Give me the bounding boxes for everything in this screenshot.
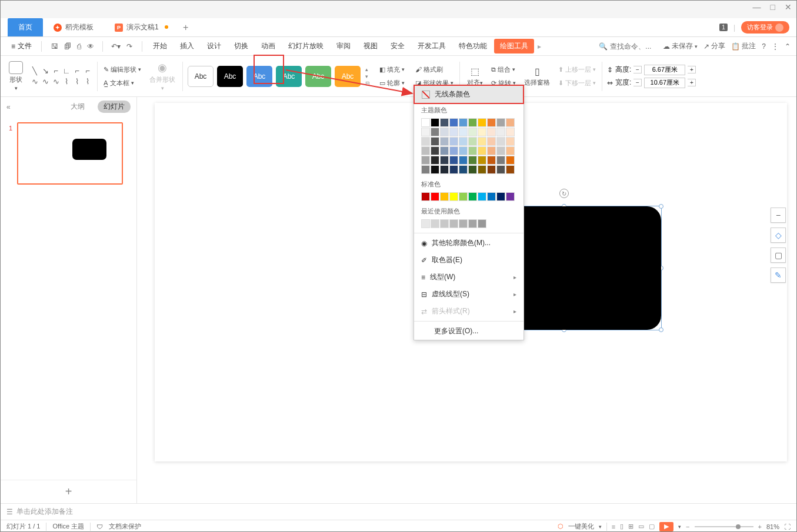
- style-preset-black[interactable]: Abc: [217, 66, 243, 87]
- more-settings-item[interactable]: 更多设置(O)...: [414, 323, 523, 340]
- align-button[interactable]: ⬚ 对齐▾: [465, 66, 485, 87]
- color-swatch[interactable]: [478, 219, 486, 228]
- slide-thumbnail-1[interactable]: [17, 122, 123, 185]
- color-swatch[interactable]: [440, 118, 449, 127]
- float-shape-button[interactable]: ◇: [771, 227, 786, 243]
- comment-button[interactable]: 📋 批注: [731, 41, 756, 51]
- gallery-more-icon[interactable]: ⊟: [365, 81, 370, 86]
- color-swatch[interactable]: [440, 137, 449, 146]
- color-swatch[interactable]: [421, 128, 430, 136]
- color-swatch[interactable]: [496, 137, 505, 146]
- tab-docker-templates[interactable]: ✦ 稻壳模板: [43, 18, 104, 36]
- collapse-panel-icon[interactable]: «: [6, 103, 11, 111]
- guest-login-button[interactable]: 访客登录: [741, 21, 789, 34]
- color-swatch[interactable]: [421, 156, 430, 165]
- style-preset-white[interactable]: Abc: [188, 66, 214, 87]
- float-minus-button[interactable]: −: [771, 208, 786, 223]
- textbox-button[interactable]: A̲ 文本框 ▾: [102, 78, 142, 88]
- dash-type-item[interactable]: ⊟ 虚线线型(S) ▸: [414, 286, 523, 303]
- color-swatch[interactable]: [468, 165, 477, 174]
- color-swatch[interactable]: [431, 165, 439, 174]
- zoom-slider[interactable]: [695, 526, 753, 527]
- print-preview-icon[interactable]: 👁: [87, 42, 94, 51]
- more-icon[interactable]: ⋮: [772, 42, 779, 51]
- share-button[interactable]: ↗ 分享: [703, 41, 725, 51]
- width-input[interactable]: [644, 78, 685, 88]
- color-swatch[interactable]: [478, 146, 486, 155]
- add-slide-button[interactable]: +: [1, 480, 136, 503]
- color-swatch[interactable]: [468, 137, 477, 146]
- style-preset-green[interactable]: Abc: [305, 66, 331, 87]
- color-swatch[interactable]: [459, 128, 468, 136]
- color-swatch[interactable]: [421, 146, 430, 155]
- close-button[interactable]: ✕: [785, 2, 792, 12]
- color-swatch[interactable]: [506, 128, 515, 136]
- color-swatch[interactable]: [421, 137, 430, 146]
- color-swatch[interactable]: [431, 137, 439, 146]
- edit-shape-button[interactable]: ✎ 编辑形状 ▾: [102, 65, 142, 75]
- tab-start[interactable]: 开始: [147, 39, 173, 53]
- fill-button[interactable]: ◧ 填充 ▾: [378, 65, 406, 75]
- gallery-up-icon[interactable]: ▴: [365, 66, 370, 72]
- color-swatch[interactable]: [496, 118, 505, 127]
- redo-icon[interactable]: ↷: [126, 42, 132, 51]
- sorter-view-icon[interactable]: ⊞: [628, 523, 633, 530]
- gallery-down-icon[interactable]: ▾: [365, 73, 370, 79]
- color-swatch[interactable]: [468, 146, 477, 155]
- color-swatch[interactable]: [459, 165, 468, 174]
- lines-gallery[interactable]: ╲↘⌐∟⌐⌐ ∿∿∿⌇⌇⌇: [30, 66, 92, 86]
- color-swatch[interactable]: [459, 137, 468, 146]
- color-swatch[interactable]: [431, 118, 439, 127]
- help-icon[interactable]: ?: [762, 42, 766, 51]
- style-preset-orange[interactable]: Abc: [335, 66, 361, 87]
- insert-shape-button[interactable]: 形状▾: [9, 61, 23, 91]
- color-swatch[interactable]: [478, 137, 486, 146]
- tab-design[interactable]: 设计: [201, 39, 227, 53]
- tab-drawing-tools[interactable]: 绘图工具: [494, 39, 534, 53]
- color-swatch[interactable]: [506, 137, 515, 146]
- height-input[interactable]: [644, 65, 685, 75]
- tab-security[interactable]: 安全: [385, 39, 411, 53]
- height-decrease[interactable]: −: [633, 66, 642, 73]
- color-swatch[interactable]: [431, 156, 439, 165]
- tab-home[interactable]: 首页: [8, 18, 43, 36]
- color-swatch[interactable]: [487, 146, 496, 155]
- eyedropper-item[interactable]: ✐ 取色器(E): [414, 252, 523, 269]
- zoom-in-button[interactable]: +: [758, 523, 762, 530]
- color-swatch[interactable]: [421, 219, 430, 228]
- color-swatch[interactable]: [487, 118, 496, 127]
- slideshow-view-icon[interactable]: ▢: [649, 523, 655, 530]
- unsaved-indicator[interactable]: ☁ 未保存 ▾: [663, 41, 698, 51]
- tab-insert[interactable]: 插入: [174, 39, 200, 53]
- resize-handle-ne[interactable]: [659, 204, 663, 209]
- color-swatch[interactable]: [468, 156, 477, 165]
- color-swatch[interactable]: [440, 165, 449, 174]
- color-swatch[interactable]: [440, 146, 449, 155]
- no-line-color-item[interactable]: 无线条颜色: [413, 85, 524, 104]
- zoom-out-button[interactable]: −: [686, 523, 689, 530]
- width-decrease[interactable]: −: [633, 79, 642, 86]
- color-swatch[interactable]: [487, 128, 496, 136]
- color-swatch[interactable]: [421, 192, 430, 201]
- notes-view-icon[interactable]: ≡: [612, 523, 615, 530]
- color-swatch[interactable]: [449, 165, 458, 174]
- color-swatch[interactable]: [431, 128, 439, 136]
- fit-screen-icon[interactable]: ⛶: [784, 523, 791, 530]
- color-swatch[interactable]: [506, 192, 515, 201]
- color-swatch[interactable]: [468, 118, 477, 127]
- color-swatch[interactable]: [487, 165, 496, 174]
- color-swatch[interactable]: [496, 165, 505, 174]
- normal-view-icon[interactable]: ▯: [620, 523, 623, 530]
- color-swatch[interactable]: [459, 219, 468, 228]
- float-frame-button[interactable]: ▢: [771, 247, 786, 263]
- color-swatch[interactable]: [487, 192, 496, 201]
- color-swatch[interactable]: [468, 192, 477, 201]
- search-input[interactable]: [610, 42, 657, 51]
- slides-tab[interactable]: 幻灯片: [98, 101, 131, 113]
- color-swatch[interactable]: [449, 137, 458, 146]
- color-swatch[interactable]: [449, 192, 458, 201]
- minimize-button[interactable]: —: [753, 2, 761, 12]
- color-swatch[interactable]: [496, 128, 505, 136]
- color-swatch[interactable]: [440, 128, 449, 136]
- save-icon[interactable]: 🖫: [51, 42, 58, 51]
